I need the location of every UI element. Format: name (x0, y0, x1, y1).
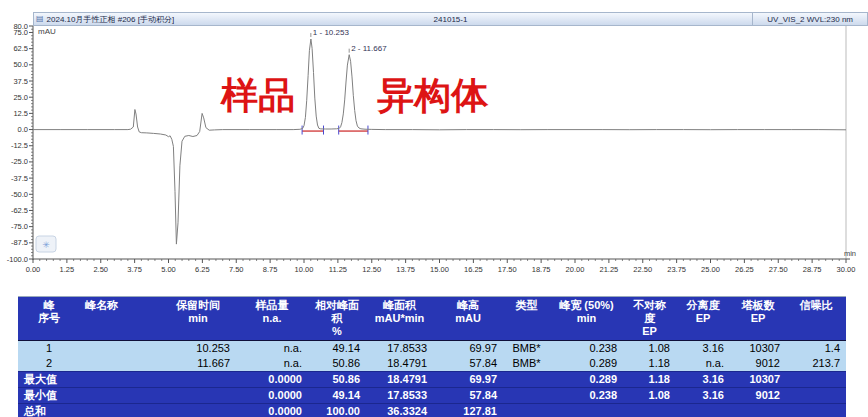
table-cell (160, 372, 236, 388)
x-tick-label: 5.00 (161, 265, 176, 274)
table-cell: 0.0000 (236, 404, 308, 417)
table-cell: 1.08 (623, 388, 676, 404)
x-tick-label: 17.50 (498, 265, 517, 274)
y-tick-label: 12.5 (13, 109, 28, 118)
column-header-title: 峰宽 (50%) (555, 299, 618, 312)
column-header-unit: n.a. (241, 312, 303, 325)
table-cell: 49.14 (308, 341, 366, 357)
x-tick-label: 11.25 (329, 265, 347, 274)
watermark-glyph: ✳ (42, 240, 50, 250)
table-body: 110.253n.a.49.1417.853369.97BMB*0.2381.0… (18, 341, 846, 417)
table-cell: BMB* (503, 341, 550, 357)
x-tick-label: 3.75 (127, 265, 142, 274)
column-header-title: 不对称度 (628, 299, 671, 325)
y-tick-label: -50.0 (11, 190, 28, 199)
summary-row[interactable]: 最小值0.000049.1417.853357.840.2381.083.169… (18, 388, 846, 404)
y-axis-unit-label: mAU (38, 27, 56, 36)
table-cell: 57.84 (433, 388, 503, 404)
column-header: 不对称度EP (623, 297, 676, 341)
y-tick-label: 25.0 (13, 93, 28, 102)
column-header: 峰高mAU (433, 297, 503, 341)
table-cell: 10.253 (160, 341, 236, 357)
x-tick-label: 15.00 (430, 265, 449, 274)
table-cell: 1 (18, 341, 80, 357)
table-cell: 57.84 (433, 356, 503, 372)
table-cell: 9012 (730, 388, 786, 404)
table-cell: 69.97 (433, 372, 503, 388)
table-cell (160, 404, 236, 417)
column-header: 峰宽 (50%)min (550, 297, 623, 341)
column-header-unit: min (165, 312, 231, 325)
table-cell (503, 372, 550, 388)
header-row: 峰序号峰名称 保留时间min样品量n.a.相对峰面积%峰面积mAU*min峰高m… (18, 297, 846, 341)
column-header-title: 峰高 (438, 299, 498, 312)
table-cell (786, 372, 846, 388)
column-header: 峰面积mAU*min (366, 297, 433, 341)
column-header: 相对峰面积% (308, 297, 366, 341)
x-tick-label: 20.00 (566, 265, 585, 274)
table-cell: 0.238 (550, 388, 623, 404)
column-header-unit: mAU (438, 312, 498, 325)
peak-label: 2 - 11.667 (351, 44, 387, 53)
table-cell (80, 388, 160, 404)
column-header: 分离度EP (676, 297, 730, 341)
table-cell: n.a. (236, 341, 308, 357)
table-cell: 0.0000 (236, 372, 308, 388)
x-tick-label: 21.25 (599, 265, 618, 274)
table-cell: 213.7 (786, 356, 846, 372)
table-cell: 最大值 (18, 372, 80, 388)
y-tick-label: -100.0 (7, 255, 28, 264)
table-cell: 1.4 (786, 341, 846, 357)
column-header-title: 类型 (508, 299, 545, 312)
table-cell: 1.18 (623, 356, 676, 372)
column-header: 峰名称 (80, 297, 160, 341)
x-tick-label: 28.75 (803, 265, 822, 274)
column-header-title: 分离度 (681, 299, 725, 312)
column-header-title: 样品量 (241, 299, 303, 312)
y-tick-label: -87.5 (11, 238, 28, 247)
y-tick-label: -62.5 (11, 206, 28, 215)
column-header: 峰序号 (18, 297, 80, 341)
column-header-unit: EP (735, 312, 781, 325)
peak-row[interactable]: 211.667n.a.50.8618.479157.84BMB*0.2891.1… (18, 356, 846, 372)
y-tick-label: -37.5 (11, 174, 28, 183)
table-cell (160, 388, 236, 404)
table-cell (80, 341, 160, 357)
column-header-title: 信噪比 (791, 299, 841, 312)
table-cell: 127.81 (433, 404, 503, 417)
table-cell: 9012 (730, 356, 786, 372)
x-tick-label: 0.00 (26, 265, 41, 274)
table-cell: 17.8533 (366, 388, 433, 404)
table-cell: 3.16 (676, 341, 730, 357)
table-cell (623, 404, 676, 417)
x-tick-label: 13.75 (396, 265, 415, 274)
column-header: 样品量n.a. (236, 297, 308, 341)
annotation-text: 异构体 (377, 75, 489, 116)
peak-row[interactable]: 110.253n.a.49.1417.853369.97BMB*0.2381.0… (18, 341, 846, 357)
report-page: ▤ 2024.10月手性正相 #206 [手动积分] 241015-1 UV_V… (0, 0, 868, 417)
x-tick-label: 10.00 (295, 265, 314, 274)
table-cell: 10307 (730, 372, 786, 388)
y-tick-label: -75.0 (11, 222, 28, 231)
table-cell: 10307 (730, 341, 786, 357)
x-tick-label: 23.75 (667, 265, 686, 274)
column-header-unit (791, 312, 841, 325)
x-tick-label: 1.25 (60, 265, 75, 274)
table-cell: 3.16 (676, 388, 730, 404)
x-tick-label: 25.00 (701, 265, 720, 274)
column-header-unit: 序号 (23, 312, 75, 325)
table-cell: 18.4791 (366, 356, 433, 372)
peak-label: 1 - 10.253 (313, 28, 350, 37)
summary-row[interactable]: 总和0.0000100.0036.3324127.81 (18, 404, 846, 417)
table-cell: 1.08 (623, 341, 676, 357)
summary-row[interactable]: 最大值0.000050.8618.479169.970.2891.183.161… (18, 372, 846, 388)
peak-results-table: 峰序号峰名称 保留时间min样品量n.a.相对峰面积%峰面积mAU*min峰高m… (18, 296, 846, 417)
x-tick-label: 18.75 (532, 265, 551, 274)
table-cell: n.a. (236, 356, 308, 372)
table-cell: 50.86 (308, 356, 366, 372)
x-tick-label: 2.50 (93, 265, 108, 274)
column-header: 信噪比 (786, 297, 846, 341)
column-header-unit: EP (681, 312, 725, 325)
table-cell: BMB* (503, 356, 550, 372)
column-header: 塔板数EP (730, 297, 786, 341)
